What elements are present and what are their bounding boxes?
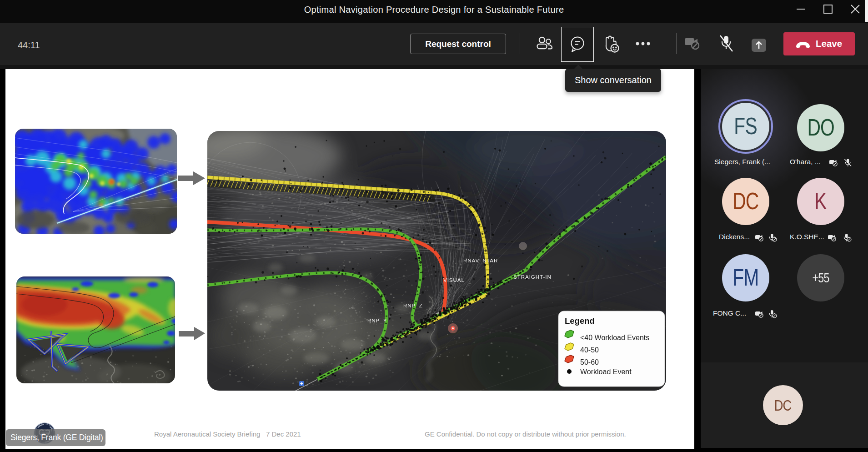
svg-text:40-50: 40-50	[580, 346, 599, 354]
svg-text:Legend: Legend	[565, 316, 595, 326]
svg-text:RNAV_STAR: RNAV_STAR	[463, 258, 498, 263]
svg-text:Workload Event: Workload Event	[580, 368, 632, 376]
svg-text:✚: ✚	[300, 382, 304, 386]
svg-text:VISUAL: VISUAL	[443, 277, 465, 283]
svg-text:RNP_Z: RNP_Z	[403, 303, 423, 308]
svg-text:<40 Workload Events: <40 Workload Events	[580, 334, 649, 342]
svg-text:RNP_Y: RNP_Y	[367, 318, 387, 323]
svg-text:STRAIGHT-IN: STRAIGHT-IN	[513, 274, 552, 280]
svg-text:50-60: 50-60	[580, 358, 599, 366]
